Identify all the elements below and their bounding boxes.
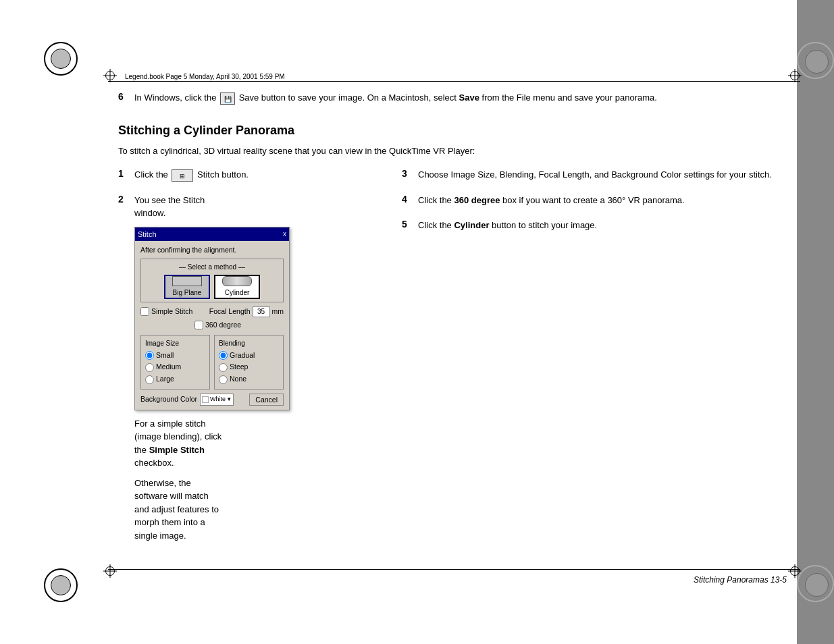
step-6-content: In Windows, click the 💾 Save button to s… <box>134 91 787 105</box>
simple-stitch-bold: Simple Stitch <box>149 445 205 455</box>
blend-none-radio[interactable] <box>219 375 228 384</box>
degree-360-checkbox[interactable] <box>194 321 203 329</box>
size-small-radio[interactable] <box>145 351 154 360</box>
step-1-text: Click the <box>134 169 170 180</box>
image-size-title: Image Size <box>145 338 205 348</box>
focal-length-unit: mm <box>272 306 284 317</box>
step-4-content: Click the 360 degree box if you want to … <box>418 194 787 207</box>
blend-gradual-radio[interactable] <box>219 351 228 360</box>
focal-length-input[interactable] <box>253 306 270 317</box>
step-3-number: 3 <box>402 168 418 179</box>
blending-title: Blending <box>219 338 279 348</box>
step-2-extra-2: Otherwise, the software will match and a… <box>134 477 222 543</box>
step-2-number: 2 <box>118 194 134 205</box>
corner-circle-tr <box>797 42 834 79</box>
step-5-content: Click the Cylinder button to stitch your… <box>418 219 787 232</box>
simple-stitch-checkbox[interactable] <box>140 307 149 316</box>
step-4-item: 4 Click the 360 degree box if you want t… <box>402 194 787 207</box>
stitch-dialog: Stitch x After confirming the alignment.… <box>134 227 290 410</box>
big-plane-icon <box>172 276 202 286</box>
section-intro: To stitch a cylindrical, 3D virtual real… <box>118 144 787 158</box>
dialog-footer: Background Color White ▼ C <box>140 394 284 406</box>
group-row: Image Size Small Me <box>140 335 284 390</box>
header-rule <box>108 81 800 82</box>
blend-gradual-label: Gradual <box>230 350 255 361</box>
page: Legend.book Page 5 Monday, April 30, 200… <box>0 0 834 644</box>
step-6-text-1: In Windows, click the <box>134 92 219 103</box>
size-medium-radio[interactable] <box>145 363 154 372</box>
step-5-item: 5 Click the Cylinder button to stitch yo… <box>402 219 787 232</box>
main-content: 6 In Windows, click the 💾 Save button to… <box>118 91 787 566</box>
save-icon: 💾 <box>220 92 235 105</box>
step-5-number: 5 <box>402 219 418 230</box>
step-2-main-text: You see the Stitch window. <box>134 194 222 220</box>
focal-length-label: Focal Length <box>209 306 251 317</box>
size-large-radio[interactable] <box>145 375 154 384</box>
degree-360-label: 360 degree <box>205 320 241 331</box>
left-column: 1 Click the ⊞ Stitch button. 2 You see t… <box>118 168 375 554</box>
save-bold: Save <box>459 92 479 103</box>
select-method-label: — Select a method — <box>144 262 280 272</box>
footer-rule <box>108 569 800 570</box>
blend-steep-row: Steep <box>219 362 279 373</box>
step-4-number: 4 <box>402 194 418 205</box>
cancel-button[interactable]: Cancel <box>249 394 284 406</box>
focal-length-group: Focal Length mm <box>209 306 284 317</box>
step-2-item: 2 You see the Stitch window. Stitch x <box>118 194 375 543</box>
dialog-close-button[interactable]: x <box>283 229 286 239</box>
step-3-content: Choose Image Size, Blending, Focal Lengt… <box>418 168 787 182</box>
method-buttons: Big Plane Cylinder <box>144 275 280 299</box>
step-3-item: 3 Choose Image Size, Blending, Focal Len… <box>402 168 787 182</box>
cylinder-bold: Cylinder <box>454 220 489 230</box>
blend-none-label: None <box>230 374 246 385</box>
reg-mark-tl <box>103 69 117 82</box>
360-degree-bold: 360 degree <box>454 195 500 205</box>
blending-group: Blending Gradual St <box>214 335 284 390</box>
footer-page-number: Stitching Panoramas 13-5 <box>694 575 787 585</box>
bg-color-swatch <box>202 396 209 403</box>
blend-steep-radio[interactable] <box>219 363 228 372</box>
big-plane-button[interactable]: Big Plane <box>164 275 210 299</box>
step-6-number: 6 <box>118 91 134 105</box>
right-column: 3 Choose Image Size, Blending, Focal Len… <box>402 168 787 554</box>
corner-circle-bl-inner <box>51 575 71 595</box>
dialog-titlebar: Stitch x <box>135 227 289 242</box>
step-2-inner: You see the Stitch window. Stitch x Afte… <box>134 194 375 543</box>
dialog-confirm-text: After confirming the alignment. <box>140 245 284 256</box>
blend-gradual-row: Gradual <box>219 350 279 361</box>
step-2-content: You see the Stitch window. Stitch x Afte… <box>134 194 375 543</box>
step-1-number: 1 <box>118 168 134 179</box>
step-1-item: 1 Click the ⊞ Stitch button. <box>118 168 375 182</box>
degree-check-row: 360 degree <box>194 320 284 331</box>
cylinder-icon <box>222 276 252 286</box>
step-6-item: 6 In Windows, click the 💾 Save button to… <box>118 91 787 105</box>
step-2-text-col: You see the Stitch window. Stitch x Afte… <box>134 194 222 543</box>
size-small-row: Small <box>145 350 205 361</box>
right-sidebar <box>797 0 834 644</box>
size-large-row: Large <box>145 374 205 385</box>
blend-none-row: None <box>219 374 279 385</box>
dialog-title: Stitch <box>138 229 157 240</box>
stitch-options-row: Simple Stitch Focal Length mm <box>140 306 284 317</box>
bg-color-label: Background Color <box>140 394 197 405</box>
simple-stitch-label[interactable]: Simple Stitch <box>140 306 192 317</box>
bg-color-value: White <box>210 395 226 404</box>
image-size-group: Image Size Small Me <box>140 335 210 390</box>
two-column-layout: 1 Click the ⊞ Stitch button. 2 You see t… <box>118 168 787 554</box>
stitch-button-icon: ⊞ <box>172 169 193 182</box>
step-1-text2: Stitch button. <box>197 169 249 180</box>
step-2-extra-1: For a simple stitch (image blending), cl… <box>134 417 222 470</box>
bg-color-select[interactable]: White ▼ <box>200 394 234 406</box>
step-1-content: Click the ⊞ Stitch button. <box>134 168 375 182</box>
corner-circle-tl-inner <box>51 49 71 69</box>
big-plane-label: Big Plane <box>173 288 202 298</box>
reg-mark-bl <box>103 564 117 578</box>
bg-color-row: Background Color White ▼ <box>140 394 234 406</box>
select-method-group: — Select a method — Big Plane <box>140 259 284 302</box>
blend-steep-label: Steep <box>230 362 248 373</box>
bg-color-arrow: ▼ <box>226 396 232 404</box>
size-large-label: Large <box>156 374 174 385</box>
cylinder-label: Cylinder <box>225 288 250 298</box>
section-heading: Stitching a Cylinder Panorama <box>118 124 787 138</box>
cylinder-button[interactable]: Cylinder <box>214 275 260 299</box>
